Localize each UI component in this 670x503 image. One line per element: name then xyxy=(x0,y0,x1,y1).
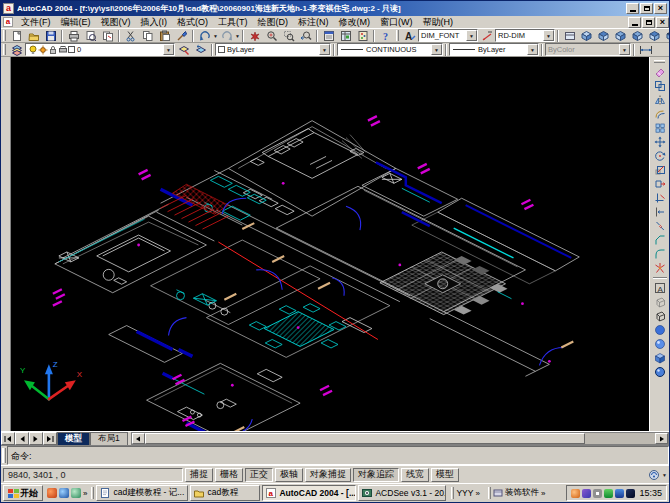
model-space-toggle[interactable]: 模型 xyxy=(431,468,459,482)
band-grip[interactable] xyxy=(451,487,454,499)
2d-wireframe-button[interactable]: A xyxy=(652,281,668,295)
menu-item-window[interactable]: 窗口(W) xyxy=(375,16,418,29)
lineweight-combo[interactable]: ByLayer ▼ xyxy=(449,43,539,56)
break-button[interactable] xyxy=(652,219,668,233)
dim-style-combo[interactable]: RD-DIM ▼ xyxy=(495,29,555,42)
redo-button[interactable] xyxy=(218,29,235,42)
view-bottom-button[interactable] xyxy=(595,29,612,42)
gouraud-shaded-button[interactable] xyxy=(652,337,668,351)
designcenter-button[interactable] xyxy=(337,29,354,42)
publish-button[interactable] xyxy=(99,29,116,42)
layer-combo[interactable]: 0 ▼ xyxy=(25,43,175,56)
erase-button[interactable] xyxy=(652,65,668,79)
text-style-icon[interactable]: A xyxy=(401,29,418,42)
zoom-window-button[interactable] xyxy=(280,29,297,42)
otrack-toggle[interactable]: 对象追踪 xyxy=(353,468,399,482)
menu-item-tools[interactable]: 工具(T) xyxy=(213,16,253,29)
menu-item-file[interactable]: 文件(F) xyxy=(16,16,56,29)
tray-icon[interactable] xyxy=(615,489,624,498)
tray-icon[interactable] xyxy=(582,489,591,498)
fillet-button[interactable] xyxy=(652,247,668,261)
plot-button[interactable] xyxy=(65,29,82,42)
layer-properties-button[interactable] xyxy=(8,43,25,56)
undo-button[interactable] xyxy=(196,29,213,42)
chamfer-button[interactable] xyxy=(652,233,668,247)
make-object-layer-current-button[interactable] xyxy=(175,43,192,56)
close-button[interactable]: × xyxy=(654,3,667,14)
menu-item-dimension[interactable]: 标注(N) xyxy=(293,16,334,29)
quick-launch-overflow[interactable]: » xyxy=(83,489,87,498)
tab-first-button[interactable] xyxy=(1,432,15,445)
mirror-button[interactable] xyxy=(652,93,668,107)
quick-launch-icon[interactable] xyxy=(71,488,81,498)
communication-center-icon[interactable] xyxy=(648,469,660,481)
grid-toggle[interactable]: 栅格 xyxy=(215,468,243,482)
polar-toggle[interactable]: 极轴 xyxy=(275,468,303,482)
layer-freeze-sun-icon[interactable] xyxy=(38,45,48,55)
task-autocad[interactable]: a AutoCAD 2004 - [... xyxy=(262,485,356,501)
stretch-button[interactable] xyxy=(652,177,668,191)
tab-last-button[interactable] xyxy=(43,432,57,445)
scroll-right-button[interactable] xyxy=(655,433,668,444)
rotate-button[interactable] xyxy=(652,149,668,163)
taskbar-band-yyy[interactable]: YYY » xyxy=(448,485,482,501)
minimize-button[interactable] xyxy=(626,3,639,14)
tray-icon[interactable] xyxy=(604,489,613,498)
3d-wireframe-button[interactable] xyxy=(652,295,668,309)
chevron-down-icon[interactable]: ▼ xyxy=(466,30,477,41)
tray-icon[interactable] xyxy=(593,489,602,498)
view-right-button[interactable] xyxy=(629,29,646,42)
chevron-down-icon[interactable]: ▼ xyxy=(527,44,538,55)
gouraud-shaded-edges-button[interactable] xyxy=(652,365,668,379)
toolbar-grip[interactable] xyxy=(3,30,6,41)
linetype-combo[interactable]: CONTINUOUS ▼ xyxy=(337,43,443,56)
view-front-button[interactable] xyxy=(646,29,663,42)
ortho-toggle[interactable]: 正交 xyxy=(245,468,273,482)
flat-shaded-button[interactable] xyxy=(652,323,668,337)
restore-button[interactable] xyxy=(640,3,653,14)
menu-item-modify[interactable]: 修改(M) xyxy=(334,16,376,29)
doc-close-button[interactable]: × xyxy=(656,17,669,28)
flat-shaded-edges-button[interactable] xyxy=(652,351,668,365)
layer-on-bulb-icon[interactable] xyxy=(28,45,38,55)
explode-button[interactable] xyxy=(652,261,668,275)
linear-dimension-button[interactable] xyxy=(637,43,654,56)
scrollbar-thumb[interactable] xyxy=(145,433,585,444)
toolbar-grip[interactable] xyxy=(396,30,399,41)
drawing-canvas[interactable]: Z Y X xyxy=(11,57,649,431)
doc-restore-button[interactable] xyxy=(642,17,655,28)
menu-item-format[interactable]: 格式(O) xyxy=(172,16,213,29)
extend-button[interactable] xyxy=(652,205,668,219)
move-button[interactable] xyxy=(652,135,668,149)
menu-item-help[interactable]: 帮助(H) xyxy=(418,16,459,29)
open-button[interactable] xyxy=(25,29,42,42)
pan-button[interactable] xyxy=(246,29,263,42)
layer-previous-button[interactable] xyxy=(192,43,209,56)
redo-dropdown-arrow[interactable]: ▼ xyxy=(235,29,240,42)
scroll-left-button[interactable] xyxy=(132,433,145,444)
plot-preview-button[interactable] xyxy=(82,29,99,42)
status-tray-arrow[interactable]: ▼ xyxy=(662,468,667,481)
view-top-button[interactable] xyxy=(578,29,595,42)
horizontal-scrollbar[interactable] xyxy=(131,432,669,445)
tray-icon[interactable] xyxy=(626,489,635,498)
chevron-down-icon[interactable]: ▼ xyxy=(543,30,554,41)
copy-object-button[interactable] xyxy=(652,79,668,93)
tab-layout1[interactable]: 布局1 xyxy=(90,432,128,445)
chevron-down-icon[interactable]: ▼ xyxy=(319,44,330,55)
osnap-toggle[interactable]: 对象捕捉 xyxy=(305,468,351,482)
tab-next-button[interactable] xyxy=(29,432,43,445)
task-acdsee[interactable]: ACDSee v3.1 - 20... xyxy=(358,485,446,501)
help-button[interactable]: ? xyxy=(377,29,394,42)
band-overflow[interactable]: » xyxy=(541,489,545,498)
new-button[interactable] xyxy=(8,29,25,42)
snap-toggle[interactable]: 捕捉 xyxy=(185,468,213,482)
properties-button[interactable] xyxy=(320,29,337,42)
named-views-button[interactable] xyxy=(561,29,578,42)
tool-palettes-button[interactable] xyxy=(354,29,371,42)
taskbar-band-decor[interactable]: 装饰软件 » xyxy=(485,485,548,501)
menu-item-edit[interactable]: 编辑(E) xyxy=(56,16,96,29)
tab-prev-button[interactable] xyxy=(15,432,29,445)
menu-item-draw[interactable]: 绘图(D) xyxy=(253,16,294,29)
taskbar-clock[interactable]: 15:35 xyxy=(639,488,662,498)
